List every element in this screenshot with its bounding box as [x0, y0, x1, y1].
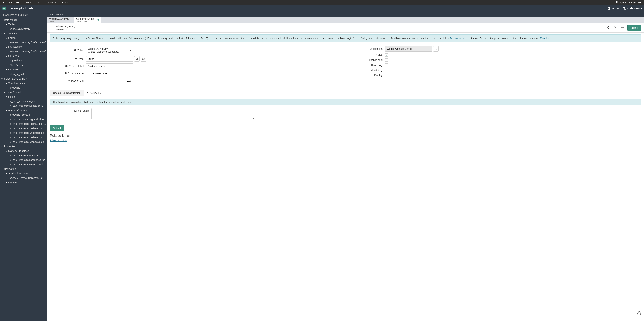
info-banner: A dictionary entry manages how ServiceNo…: [50, 34, 641, 42]
tree-node[interactable]: WebexCC Activity [Default view]: [0, 49, 47, 54]
menu-search[interactable]: Search: [62, 1, 69, 4]
caret-icon: ▼: [6, 96, 8, 98]
tree-node[interactable]: ▼Data Model: [0, 18, 47, 22]
submit-button-bottom[interactable]: Submit: [50, 125, 64, 131]
display-value-link[interactable]: Display Value: [450, 37, 465, 40]
tree-node[interactable]: x_caci_webexcc_webexcc_activity (write): [0, 140, 47, 144]
svg-point-10: [624, 28, 624, 28]
max-length-input[interactable]: [86, 78, 133, 83]
form-subtitle: New record: [56, 28, 75, 31]
app-info-icon[interactable]: [433, 46, 438, 52]
tree-node[interactable]: x_caci_webexcc.webexccactivitytable: [0, 162, 47, 167]
tree-node[interactable]: ▼Roles: [0, 94, 47, 99]
function-field-checkbox[interactable]: [385, 58, 388, 62]
attachment-icon[interactable]: [605, 25, 611, 31]
chevron-down-icon: ▼: [129, 49, 132, 52]
tree-node[interactable]: ▼Access Controls: [0, 108, 47, 112]
search-code-icon: [623, 7, 626, 10]
tree-node[interactable]: ▼Navigation: [0, 167, 47, 171]
svg-point-2: [609, 8, 610, 9]
tree-node[interactable]: x_caci_webexcc.agent: [0, 99, 47, 104]
type-info-icon[interactable]: [141, 56, 146, 62]
collapse-button[interactable]: [—]: [42, 14, 45, 16]
tree-node[interactable]: ▼UI Pages: [0, 54, 47, 58]
timer-icon[interactable]: [637, 311, 642, 316]
user-icon: [616, 1, 618, 4]
tree-node[interactable]: Webex Contact Center for SNOW: [0, 176, 47, 180]
caret-icon: ▼: [1, 32, 3, 35]
tab-default-value[interactable]: Default Value: [84, 90, 105, 96]
svg-point-9: [622, 28, 623, 28]
column-label-input[interactable]: [86, 64, 133, 69]
more-info-link[interactable]: More Info: [540, 37, 550, 40]
goto-button[interactable]: Go To: [608, 7, 619, 10]
mandatory-checkbox[interactable]: [385, 68, 388, 72]
tree-node[interactable]: propUtils: [0, 86, 47, 90]
caret-icon: ▼: [1, 77, 3, 80]
submit-button[interactable]: Submit: [627, 25, 642, 31]
tree-node[interactable]: x_caci_webexcc.screenpop_url: [0, 158, 47, 162]
create-icon[interactable]: +: [2, 6, 6, 10]
tree-node[interactable]: WebexCC Activity [Default view]: [0, 40, 47, 45]
svg-point-5: [614, 26, 615, 27]
target-icon: [608, 7, 610, 10]
tree-node[interactable]: x_caci_webexcc_webexcc_activity (delete): [0, 126, 47, 131]
code-search-button[interactable]: Code Search: [623, 7, 642, 10]
form-header: Dictionary Entry New record Submit: [47, 23, 644, 32]
tab-choice-list[interactable]: Choice List Specification: [50, 90, 84, 96]
tree-node[interactable]: agentdesktop: [0, 58, 47, 63]
tree-node[interactable]: ▼Properties: [0, 144, 47, 149]
tree-node[interactable]: ▼Script Includes: [0, 81, 47, 86]
user-menu[interactable]: System Administrator: [616, 1, 642, 4]
caret-icon: ▼: [6, 109, 8, 112]
column-name-input[interactable]: [86, 71, 133, 76]
active-checkbox[interactable]: [385, 53, 388, 56]
tree-node[interactable]: x_caci_webexcc_TechSupport (read): [0, 122, 47, 126]
type-input[interactable]: [86, 56, 133, 62]
tree-node[interactable]: ▼Application Menus: [0, 171, 47, 176]
tree-node[interactable]: propUtils (execute): [0, 112, 47, 117]
caret-icon: ▼: [6, 82, 8, 84]
tree-node[interactable]: ▼List Layouts: [0, 45, 47, 49]
caret-icon: ▼: [1, 18, 3, 21]
tree-node[interactable]: ▼Access Control: [0, 90, 47, 94]
tree-node[interactable]: ▼Forms & UI: [0, 31, 47, 36]
tree-node[interactable]: click_to_call: [0, 72, 47, 76]
tree-node[interactable]: ▼System Properties: [0, 149, 47, 153]
tree-node[interactable]: ▼Tables: [0, 22, 47, 27]
tree-node[interactable]: TechSupport: [0, 63, 47, 68]
tree-node[interactable]: ▼UI Macros: [0, 68, 47, 72]
menu-file[interactable]: File: [16, 1, 20, 4]
menu-source-control[interactable]: Source Control: [26, 1, 42, 4]
editor-tab[interactable]: CustomerNameTable Column: [74, 17, 101, 23]
tree-node[interactable]: x_caci_webexcc_webexcc_activity (read): [0, 135, 47, 140]
application-field: [385, 46, 432, 52]
default-value-input[interactable]: [92, 108, 254, 119]
tree-node[interactable]: ▼Forms: [0, 36, 47, 40]
sub-tabs: Choice List Specification Default Value: [50, 90, 641, 96]
more-icon[interactable]: [620, 25, 626, 31]
caret-icon: ▼: [1, 168, 3, 170]
close-icon[interactable]: ×: [71, 18, 72, 21]
refresh-icon[interactable]: [2, 14, 4, 16]
sidebar-header: Application Explorer [—]: [0, 12, 47, 18]
tree-node[interactable]: x_caci_webexcc.webex_contact_center: [0, 104, 47, 108]
type-lookup-icon[interactable]: [134, 56, 140, 62]
settings-icon[interactable]: [612, 25, 618, 31]
table-select[interactable]: WebexCC Activity [x_caci_webexcc_webexcc…: [86, 46, 133, 54]
caret-icon: ▼: [1, 91, 3, 94]
menu-window[interactable]: Window: [47, 1, 56, 4]
tree-node[interactable]: x_caci_webexcc.agentdesktop_url: [0, 153, 47, 158]
display-checkbox[interactable]: [385, 74, 388, 77]
create-app-file-button[interactable]: Create Application File: [8, 7, 33, 10]
advanced-view-link[interactable]: Advanced view: [50, 139, 67, 142]
tree-node[interactable]: ▼Server Development: [0, 76, 47, 81]
tree-node[interactable]: x_caci_webexcc_webexcc_activity (create): [0, 131, 47, 135]
tree-node[interactable]: WebexCC Activity: [0, 27, 47, 31]
form-menu-icon[interactable]: [49, 26, 53, 30]
readonly-checkbox[interactable]: [385, 64, 388, 67]
tree-node[interactable]: x_caci_webexcc_agentdesktop (read): [0, 117, 47, 122]
tree-node[interactable]: ▼Modules: [0, 180, 47, 185]
svg-point-7: [615, 28, 615, 29]
editor-tab[interactable]: WebexCC ActivityTable×: [47, 17, 74, 23]
